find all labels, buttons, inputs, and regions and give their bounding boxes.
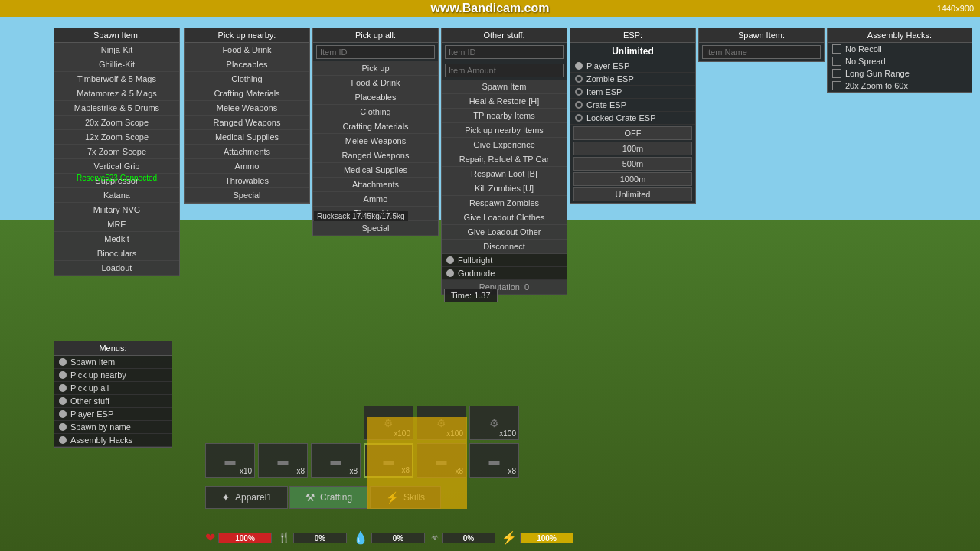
- pickup-all-item-id-input[interactable]: [316, 45, 435, 59]
- spawn-item-btn[interactable]: Military NVG: [54, 203, 179, 217]
- tab-skills[interactable]: ⚡ Skills: [370, 486, 441, 509]
- assembly-checkbox-item[interactable]: Long Gun Range: [828, 67, 972, 80]
- assembly-checkbox-item[interactable]: 20x Zoom to 60x: [828, 80, 972, 92]
- pickup-nearby-btn[interactable]: Crafting Materials: [185, 86, 309, 101]
- spawn-item-btn[interactable]: Loadout: [54, 261, 179, 276]
- pickup-all-btn[interactable]: Attachments: [313, 178, 438, 192]
- pickup-all-pickup-btn[interactable]: Pick up: [313, 61, 438, 76]
- other-stuff-btn[interactable]: TP nearby Items: [442, 109, 567, 123]
- esp-radio-item[interactable]: Crate ESP: [570, 99, 695, 112]
- pickup-nearby-btn[interactable]: Throwables: [185, 174, 309, 188]
- inv-slot-item-2[interactable]: ▬ x8: [258, 443, 308, 478]
- other-stuff-btn[interactable]: Heal & Restore [H]: [442, 94, 567, 109]
- inv-slot-item-1[interactable]: ▬ x10: [205, 443, 255, 478]
- water-bar-text: 0%: [372, 533, 424, 544]
- inv-slot-item-3[interactable]: ▬ x8: [311, 443, 361, 478]
- assembly-checkbox-item[interactable]: No Recoil: [828, 43, 972, 55]
- inv-slot-gear-1[interactable]: ⚙ x100: [364, 406, 413, 440]
- inv-slot-item-4[interactable]: ▬ x8: [364, 443, 413, 478]
- pickup-nearby-btn[interactable]: Melee Weapons: [185, 101, 309, 116]
- menus-items-container: Spawn ItemPick up nearbyPick up allOther…: [54, 356, 172, 447]
- pickup-all-btn[interactable]: Clothing: [313, 105, 438, 119]
- esp-range-btn[interactable]: 1000m: [573, 172, 692, 186]
- esp-range-btn[interactable]: 100m: [573, 142, 692, 155]
- other-stuff-btn[interactable]: Disconnect: [442, 240, 567, 254]
- pickup-nearby-btn[interactable]: Clothing: [185, 72, 309, 86]
- other-stuff-btn[interactable]: Give Loadout Clothes: [442, 210, 567, 225]
- esp-range-btn[interactable]: OFF: [573, 126, 692, 140]
- inventory-top-row: ⚙ x100 ⚙ x100 ⚙ x100: [205, 406, 773, 440]
- menu-item[interactable]: Player ESP: [54, 408, 172, 421]
- tab-apparel[interactable]: ✦ Apparel1: [205, 486, 288, 509]
- pickup-all-btn[interactable]: Melee Weapons: [313, 134, 438, 148]
- inv-slot-item-6[interactable]: ▬ x8: [469, 443, 519, 478]
- other-stuff-item-amount-input[interactable]: [445, 64, 564, 77]
- spawn-item-btn[interactable]: Binoculars: [54, 246, 179, 261]
- pickup-nearby-btn[interactable]: Medical Supplies: [185, 130, 309, 145]
- other-stuff-btn[interactable]: Respawn Zombies: [442, 196, 567, 210]
- checkbox-box: [832, 69, 841, 78]
- other-stuff-btn[interactable]: Give Experience: [442, 138, 567, 152]
- spawn-item-btn[interactable]: Ghillie-Kit: [54, 57, 179, 72]
- other-stuff-btn[interactable]: Respawn Loot [B]: [442, 167, 567, 181]
- spawn-item-btn[interactable]: Ninja-Kit: [54, 43, 179, 57]
- pickup-all-header: Pick up all:: [313, 28, 438, 43]
- other-stuff-radio-item[interactable]: Godmode: [442, 267, 567, 280]
- esp-range-btn[interactable]: 500m: [573, 157, 692, 171]
- inv-slot-gear-3[interactable]: ⚙ x100: [469, 406, 519, 440]
- pickup-nearby-btn[interactable]: Ranged Weapons: [185, 116, 309, 130]
- other-stuff-btn[interactable]: Repair, Refuel & TP Car: [442, 152, 567, 167]
- spawn-item-btn[interactable]: Vertical Grip: [54, 159, 179, 174]
- pickup-nearby-btn[interactable]: Ammo: [185, 159, 309, 174]
- pickup-nearby-btn[interactable]: Special: [185, 188, 309, 203]
- esp-radio-item[interactable]: Item ESP: [570, 86, 695, 99]
- spawn-item-btn[interactable]: Matamorez & 5 Mags: [54, 86, 179, 101]
- esp-radio-item[interactable]: Player ESP: [570, 60, 695, 73]
- other-stuff-radio-item[interactable]: Fullbright: [442, 254, 567, 267]
- pickup-nearby-btn[interactable]: Placeables: [185, 57, 309, 72]
- other-stuff-btn[interactable]: Spawn Item: [442, 80, 567, 94]
- spawn-item-btn[interactable]: Timberwolf & 5 Mags: [54, 72, 179, 86]
- other-stuff-btn[interactable]: Kill Zombies [U]: [442, 181, 567, 196]
- menu-item[interactable]: Pick up nearby: [54, 369, 172, 382]
- tab-apparel-label: Apparel1: [235, 492, 272, 503]
- other-stuff-item-id-input[interactable]: [445, 45, 564, 59]
- menu-item[interactable]: Spawn Item: [54, 356, 172, 369]
- menu-item[interactable]: Assembly Hacks: [54, 434, 172, 447]
- pickup-all-btn[interactable]: Special: [313, 221, 438, 236]
- pickup-all-btn[interactable]: Crafting Materials: [313, 119, 438, 134]
- other-stuff-btn[interactable]: Pick up nearby Items: [442, 123, 567, 138]
- menu-item[interactable]: Spawn by name: [54, 421, 172, 434]
- esp-range-btn[interactable]: Unlimited: [573, 187, 692, 201]
- pickup-all-btn[interactable]: Throwables: [313, 207, 438, 221]
- spawn-item-btn[interactable]: Suppressor: [54, 174, 179, 188]
- top-bar: www.Bandicam.com 1440x900: [0, 0, 980, 17]
- spawn-item-btn[interactable]: Maplestrike & 5 Drums: [54, 101, 179, 116]
- pickup-all-btn[interactable]: Medical Supplies: [313, 163, 438, 178]
- pickup-all-buttons-container: Food & DrinkPlaceablesClothingCrafting M…: [313, 76, 438, 236]
- spawn-item-btn[interactable]: Katana: [54, 188, 179, 203]
- spawn-item-btn[interactable]: 7x Zoom Scope: [54, 145, 179, 159]
- spawn-item-name-input[interactable]: [702, 45, 821, 59]
- menu-item[interactable]: Other stuff: [54, 395, 172, 408]
- pickup-nearby-btn[interactable]: Food & Drink: [185, 43, 309, 57]
- pickup-nearby-buttons-container: Food & DrinkPlaceablesClothingCrafting M…: [185, 43, 309, 203]
- pickup-all-btn[interactable]: Food & Drink: [313, 76, 438, 90]
- spawn-item-btn[interactable]: MRE: [54, 217, 179, 232]
- pickup-all-btn[interactable]: Ammo: [313, 192, 438, 207]
- item-icon-1: ▬: [225, 455, 236, 467]
- pickup-all-btn[interactable]: Placeables: [313, 90, 438, 105]
- assembly-checkbox-item[interactable]: No Spread: [828, 55, 972, 67]
- inv-slot-item-5[interactable]: ▬ x8: [416, 443, 466, 478]
- tab-crafting[interactable]: ⚒ Crafting: [289, 486, 368, 509]
- pickup-all-btn[interactable]: Ranged Weapons: [313, 148, 438, 163]
- other-stuff-btn[interactable]: Give Loadout Other: [442, 225, 567, 240]
- spawn-item-btn[interactable]: Medkit: [54, 232, 179, 246]
- esp-radio-item[interactable]: Zombie ESP: [570, 73, 695, 86]
- spawn-item-btn[interactable]: 20x Zoom Scope: [54, 116, 179, 130]
- menu-item[interactable]: Pick up all: [54, 382, 172, 395]
- inv-slot-gear-2[interactable]: ⚙ x100: [416, 406, 466, 440]
- pickup-nearby-btn[interactable]: Attachments: [185, 145, 309, 159]
- spawn-item-btn[interactable]: 12x Zoom Scope: [54, 130, 179, 145]
- esp-radio-item[interactable]: Locked Crate ESP: [570, 112, 695, 125]
